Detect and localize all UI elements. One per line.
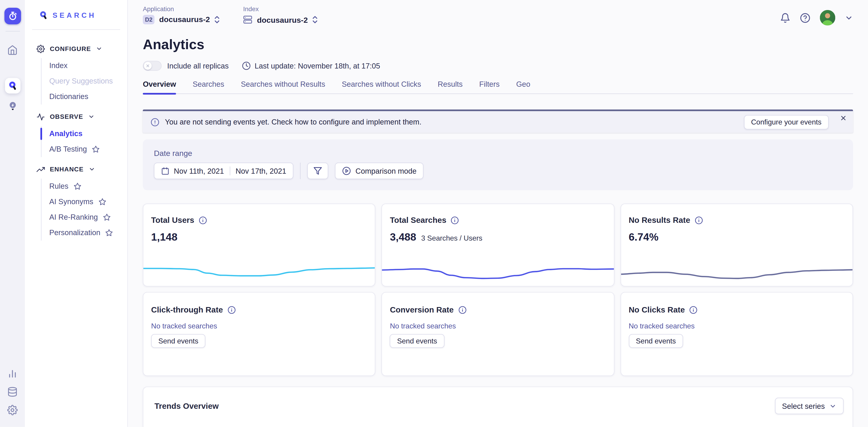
search-logo: SEARCH	[25, 0, 127, 20]
bell-icon[interactable]	[780, 12, 790, 23]
recommend-bulb-icon[interactable]	[4, 98, 21, 114]
info-icon[interactable]	[694, 216, 703, 224]
no-results-rate-card: No Results Rate 6.74%	[620, 203, 853, 286]
sidebar-item-rules[interactable]: Rules	[41, 179, 127, 194]
include-replicas-toggle[interactable]	[143, 61, 162, 71]
card-title: Conversion Rate	[390, 305, 454, 314]
search-logo-icon	[39, 10, 48, 20]
filter-button[interactable]	[307, 163, 328, 179]
database-icon[interactable]	[4, 383, 21, 400]
sidebar-item-query-suggestions[interactable]: Query Suggestions	[41, 73, 127, 89]
bar-chart-icon[interactable]	[4, 365, 21, 382]
metric-value: 6.74%	[628, 231, 658, 243]
sidebar-item-label: Query Suggestions	[49, 77, 113, 85]
application-value: docusaurus-2	[159, 15, 210, 24]
card-title: No Results Rate	[628, 216, 690, 225]
index-selector: Index docusaurus-2	[243, 5, 318, 24]
date-separator	[229, 166, 230, 175]
date-range-picker[interactable]: Nov 11th, 2021 Nov 17th, 2021	[154, 163, 293, 179]
close-icon[interactable]	[840, 114, 847, 122]
configure-events-button[interactable]: Configure your events	[744, 115, 829, 129]
value-row: 1,148	[151, 231, 367, 243]
home-icon[interactable]	[4, 41, 21, 58]
card-title-row: Click-through Rate	[151, 305, 367, 314]
empty-state-text: No tracked searches	[151, 322, 367, 330]
total-searches-sparkline	[381, 262, 614, 283]
section-label: OBSERVE	[50, 113, 83, 120]
rail-bottom-group	[4, 363, 21, 427]
events-banner: You are not sending events yet. Check ho…	[143, 109, 853, 133]
sidebar-item-dictionaries[interactable]: Dictionaries	[41, 89, 127, 104]
sidebar-section-observe[interactable]: OBSERVE	[25, 112, 127, 121]
sidebar-section-enhance[interactable]: ENHANCE	[25, 165, 127, 174]
index-label: Index	[243, 5, 318, 12]
stopwatch-app-icon[interactable]	[4, 8, 21, 24]
trends-overview-card: Trends Overview Select series	[143, 387, 853, 427]
star-icon[interactable]	[73, 182, 81, 190]
sidebar-item-ab-testing[interactable]: A/B Testing	[41, 141, 127, 157]
alert-circle-icon	[151, 118, 159, 126]
send-events-button[interactable]: Send events	[628, 334, 683, 348]
card-title-row: No Clicks Rate	[628, 305, 844, 314]
date-range-controls: Nov 11th, 2021 Nov 17th, 2021 Comparison…	[154, 163, 842, 179]
star-icon[interactable]	[103, 213, 111, 221]
total-users-card: Total Users 1,148	[143, 203, 375, 286]
sort-chevrons-icon	[214, 15, 220, 24]
info-icon[interactable]	[458, 305, 466, 314]
index-select[interactable]: docusaurus-2	[243, 15, 318, 24]
star-icon[interactable]	[98, 198, 106, 205]
tab-searches-without-results[interactable]: Searches without Results	[241, 80, 325, 93]
info-icon[interactable]	[451, 216, 459, 224]
rail-divider	[5, 31, 20, 31]
empty-state-text: No tracked searches	[628, 322, 844, 330]
star-icon[interactable]	[92, 145, 99, 153]
send-events-button[interactable]: Send events	[151, 334, 206, 348]
application-label: Application	[143, 5, 220, 12]
select-series-label: Select series	[782, 402, 825, 410]
search-product-icon[interactable]	[5, 78, 20, 94]
conversion-rate-card: Conversion Rate No tracked searches Send…	[381, 292, 614, 376]
sidebar-item-ai-re-ranking[interactable]: AI Re-Ranking	[41, 210, 127, 225]
chevron-down-icon	[829, 402, 837, 410]
card-title: Total Searches	[390, 216, 446, 225]
sidebar-item-analytics[interactable]: Analytics	[41, 126, 127, 141]
info-icon[interactable]	[689, 305, 698, 314]
info-icon[interactable]	[227, 305, 236, 314]
settings-gear-icon[interactable]	[4, 401, 21, 418]
info-icon[interactable]	[199, 216, 207, 224]
tab-searches[interactable]: Searches	[193, 80, 224, 93]
date-end: Nov 17th, 2021	[236, 167, 286, 175]
send-events-button[interactable]: Send events	[390, 334, 444, 348]
sidebar-item-label: Dictionaries	[49, 92, 88, 101]
avatar[interactable]	[820, 10, 835, 26]
sidebar-item-ai-synonyms[interactable]: AI Synonyms	[41, 194, 127, 210]
enhance-items: Rules AI Synonyms AI Re-Ranking Personal…	[41, 179, 127, 240]
total-users-sparkline	[143, 262, 375, 283]
sidebar-item-index[interactable]: Index	[41, 58, 127, 73]
sidebar-item-label: AI Synonyms	[49, 197, 93, 205]
tab-geo[interactable]: Geo	[516, 80, 530, 93]
application-select[interactable]: D2 docusaurus-2	[143, 15, 220, 24]
topbar-right	[780, 10, 853, 26]
sidebar-item-personalization[interactable]: Personalization	[41, 225, 127, 240]
tab-searches-without-clicks[interactable]: Searches without Clicks	[342, 80, 421, 93]
tab-results[interactable]: Results	[438, 80, 463, 93]
comparison-mode-label: Comparison mode	[355, 167, 416, 175]
tab-overview[interactable]: Overview	[143, 80, 176, 93]
select-series-button[interactable]: Select series	[775, 398, 844, 414]
sidebar-section-configure[interactable]: CONFIGURE	[25, 44, 127, 53]
tabs: Overview Searches Searches without Resul…	[143, 80, 853, 94]
comparison-mode-button[interactable]: Comparison mode	[335, 163, 424, 179]
account-chevron-down-icon[interactable]	[845, 14, 853, 22]
index-stack-icon	[243, 15, 252, 24]
star-icon[interactable]	[105, 229, 113, 236]
empty-state-text: No tracked searches	[390, 322, 606, 330]
tab-filters[interactable]: Filters	[479, 80, 500, 93]
last-update: Last update: November 18th, at 17:05	[242, 61, 380, 70]
date-range-label: Date range	[154, 149, 842, 158]
sidebar-item-label: AI Re-Ranking	[49, 213, 98, 221]
chevron-down-icon	[89, 166, 95, 172]
card-title: Click-through Rate	[151, 305, 223, 314]
clock-icon	[242, 61, 251, 70]
help-icon[interactable]	[800, 12, 810, 23]
